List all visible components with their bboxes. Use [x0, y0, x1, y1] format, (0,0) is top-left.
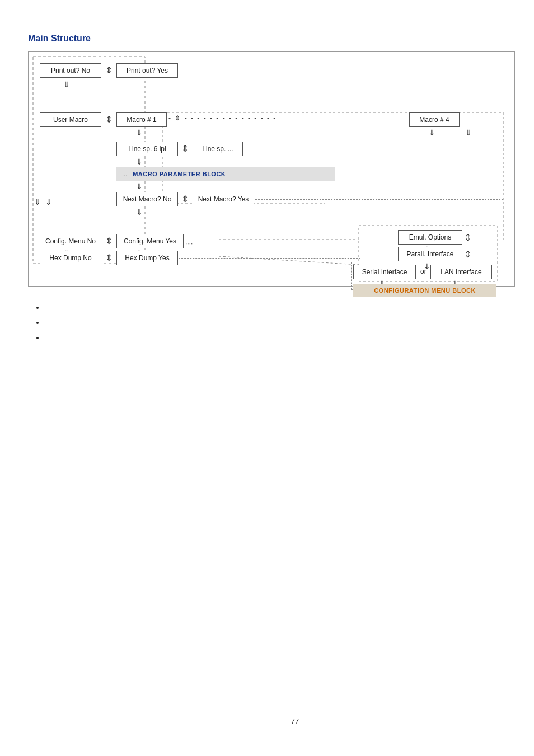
emul-options-arrow-icon: ⇕ — [464, 232, 471, 243]
config-menu-block-label: CONFIGURATION MENU BLOCK — [374, 287, 476, 294]
parall-interface-label: Parall. Interface — [406, 250, 453, 258]
serial-interface-label: Serial Interface — [362, 268, 407, 276]
section-title: Main Structure — [28, 34, 506, 44]
macro-dash-arrow: - ⇕ - - - - - - - - - - - - - - - — [168, 114, 277, 122]
next-macro-no-label: Next Macro? No — [123, 195, 172, 203]
footer-line — [0, 711, 534, 711]
macro4-label: Macro # 4 — [419, 116, 449, 124]
hex-dump-yes-box: Hex Dump Yes — [116, 251, 178, 265]
hex-dump-yes-line — [179, 258, 360, 259]
macro4-box: Macro # 4 — [409, 112, 460, 127]
hex-dump-no-box: Hex Dump No — [40, 251, 101, 265]
bullet-item-1 — [45, 303, 506, 312]
bullet-item-3 — [45, 334, 506, 342]
print-yes-label: Print out? Yes — [127, 67, 168, 74]
next-macro-no-box: Next Macro? No — [116, 192, 178, 206]
down-arrow-macro1: ⇓ — [136, 128, 143, 137]
line-sp-6lpi-label: Line sp. 6 lpi — [128, 145, 166, 153]
print-arrow-icon: ⇕ — [105, 65, 113, 76]
parall-interface-arrow-icon: ⇕ — [464, 249, 471, 260]
right-arrow-macro4: ⇓ — [465, 128, 472, 137]
next-macro-yes-line — [255, 199, 503, 200]
parall-interface-box: Parall. Interface — [398, 247, 462, 261]
config-menu-block-row: CONFIGURATION MENU BLOCK — [353, 284, 496, 297]
next-macro-yes-label: Next Macro? Yes — [198, 195, 249, 203]
serial-interface-box: Serial Interface — [353, 265, 416, 279]
bullet-list — [45, 303, 506, 342]
page-number: 77 — [28, 717, 534, 725]
line-sp-box: Line sp. ... — [193, 142, 243, 156]
user-macro-label: User Macro — [53, 116, 88, 124]
left-arrow-1: ⇓ — [34, 198, 41, 206]
line-sp-6lpi-box: Line sp. 6 lpi — [116, 142, 178, 156]
macro1-box: Macro # 1 — [116, 112, 167, 127]
bullet-item-2 — [45, 318, 506, 327]
or-text: or — [420, 267, 427, 275]
line-sp-arrow-icon: ⇕ — [181, 143, 189, 154]
config-menu-no-arrow-icon: ⇕ — [105, 236, 113, 246]
print-no-label: Print out? No — [51, 67, 90, 74]
emul-options-label: Emul. Options — [409, 233, 451, 241]
macro-param-block-row: ... MACRO PARAMETER BLOCK — [116, 167, 335, 181]
emul-options-box: Emul. Options — [398, 230, 462, 245]
lan-interface-box: LAN Interface — [430, 265, 492, 279]
print-no-box: Print out? No — [40, 63, 101, 78]
down-arrow-next-macro: ⇓ — [136, 208, 143, 217]
config-menu-yes-label: Config. Menu Yes — [124, 237, 176, 245]
user-macro-box: User Macro — [40, 112, 101, 127]
hex-dump-no-label: Hex Dump No — [49, 254, 91, 262]
macro1-label: Macro # 1 — [127, 116, 156, 124]
line-sp-label: Line sp. ... — [202, 145, 233, 153]
left-arrow-2: ⇓ — [45, 198, 52, 206]
next-macro-yes-box: Next Macro? Yes — [193, 192, 254, 206]
diagram-container: Print out? No ⇕ Print out? Yes ⇓ User Ma… — [28, 51, 515, 287]
config-menu-no-label: Config. Menu No — [45, 237, 96, 245]
hex-dump-no-arrow-icon: ⇕ — [105, 252, 113, 263]
hex-dump-yes-label: Hex Dump Yes — [125, 254, 169, 262]
config-menu-yes-box: Config. Menu Yes — [116, 234, 184, 248]
svg-rect-0 — [33, 57, 145, 264]
config-dots: ···· — [185, 240, 193, 247]
macro-param-block-label: MACRO PARAMETER BLOCK — [133, 171, 226, 177]
user-macro-arrow-icon: ⇕ — [105, 114, 113, 125]
print-yes-box: Print out? Yes — [116, 63, 178, 78]
down-arrow-print: ⇓ — [63, 80, 70, 89]
down-arrow-linesp: ⇓ — [136, 157, 143, 166]
next-macro-arrow-icon: ⇕ — [181, 194, 189, 204]
lan-interface-label: LAN Interface — [441, 268, 481, 276]
down-arrow-macro4: ⇓ — [429, 128, 435, 137]
page: Main Structure Print out? No — [0, 0, 534, 756]
down-arrow-macro-param: ⇓ — [136, 182, 143, 191]
config-menu-no-box: Config. Menu No — [40, 234, 101, 248]
